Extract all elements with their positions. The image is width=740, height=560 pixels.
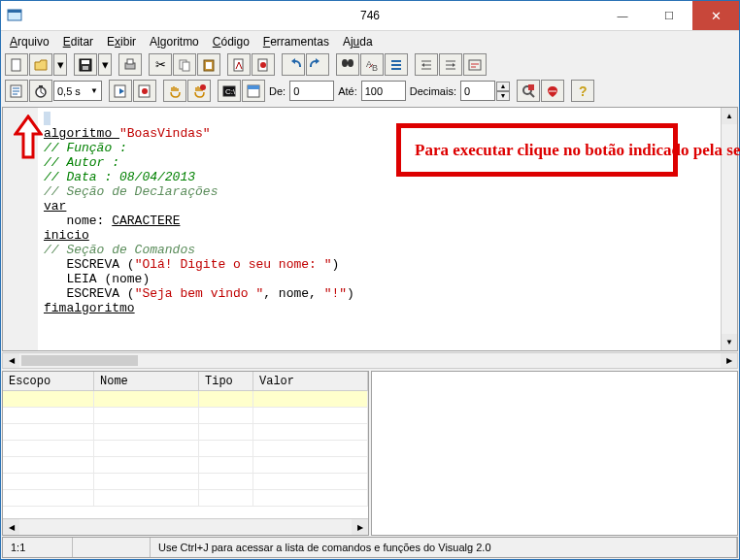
tool-b-button[interactable] — [541, 80, 564, 102]
indent-out-button[interactable] — [415, 53, 438, 76]
status-bar: 1:1 Use Ctrl+J para acessar a lista de c… — [2, 537, 738, 558]
breakpoint-button[interactable] — [133, 80, 156, 102]
col-nome[interactable]: Nome — [94, 372, 199, 390]
variables-grid[interactable] — [3, 391, 368, 518]
vars-button[interactable] — [242, 80, 265, 102]
maximize-button[interactable]: ☐ — [646, 1, 692, 30]
save-button[interactable] — [74, 53, 97, 76]
table-row — [3, 474, 368, 490]
menu-editar[interactable]: Editar — [56, 33, 100, 50]
menu-codigo[interactable]: Código — [206, 33, 256, 50]
svg-point-26 — [142, 88, 148, 94]
replace-button[interactable]: AB — [360, 53, 384, 76]
help-button[interactable]: ? — [571, 80, 594, 102]
svg-rect-31 — [248, 85, 259, 89]
timer-button[interactable] — [29, 80, 52, 102]
variables-panel[interactable]: Escopo Nome Tipo Valor ◀▶ — [2, 371, 369, 536]
col-valor[interactable]: Valor — [253, 372, 368, 390]
svg-rect-12 — [234, 59, 243, 71]
table-row — [3, 408, 368, 424]
col-tipo[interactable]: Tipo — [199, 372, 253, 390]
menu-ajuda[interactable]: Ajuda — [336, 33, 380, 50]
horizontal-scrollbar[interactable]: ◀▶ — [2, 352, 738, 369]
window-title: 746 — [360, 9, 380, 22]
ate-input[interactable]: 100 — [361, 81, 406, 101]
file-b-button[interactable] — [252, 53, 275, 76]
decimais-label: Decimais: — [407, 85, 459, 97]
save-dropdown[interactable]: ▾ — [98, 53, 112, 76]
code-area[interactable]: algoritmo "BoasVindas" // Função : // Au… — [38, 108, 721, 350]
open-button[interactable] — [29, 53, 52, 76]
minimize-button[interactable]: — — [599, 1, 646, 30]
status-position: 1:1 — [3, 538, 73, 557]
code-editor[interactable]: algoritmo "BoasVindas" // Função : // Au… — [2, 107, 738, 351]
svg-text:?: ? — [579, 83, 588, 99]
status-hint: Use Ctrl+J para acessar a lista de coman… — [151, 538, 737, 557]
menu-arquivo[interactable]: Arquivo — [3, 33, 56, 50]
indent-in-button[interactable] — [439, 53, 462, 76]
decimais-input[interactable]: 0 — [460, 81, 495, 101]
variables-hscroll[interactable]: ◀▶ — [3, 518, 368, 535]
toolbar-exec: 0,5 s▼ C:\ De: 0 Até: 100 Decimais: 0 ▲▼… — [1, 78, 739, 106]
menu-algoritmo[interactable]: Algoritmo — [143, 33, 206, 50]
table-row — [3, 490, 368, 507]
toolbar-main: ▾ ▾ ✂ AB — [1, 51, 739, 78]
list-button[interactable] — [385, 53, 408, 76]
file-a-button[interactable] — [227, 53, 251, 76]
svg-rect-20 — [469, 60, 481, 70]
run-button[interactable] — [5, 80, 28, 102]
open-dropdown[interactable]: ▾ — [53, 53, 67, 76]
svg-rect-33 — [528, 84, 534, 90]
svg-rect-2 — [12, 59, 20, 71]
svg-rect-17 — [347, 62, 349, 64]
cut-button[interactable]: ✂ — [149, 53, 172, 76]
title-bar[interactable]: 746 — ☐ ✕ — [1, 1, 739, 30]
svg-rect-11 — [206, 62, 212, 69]
svg-point-14 — [260, 62, 266, 68]
find-button[interactable] — [336, 53, 359, 76]
svg-rect-7 — [127, 59, 133, 64]
table-row — [3, 424, 368, 441]
copy-button[interactable] — [173, 53, 196, 76]
svg-text:C:\: C:\ — [225, 87, 236, 96]
ate-label: Até: — [335, 85, 360, 97]
tool-a-button[interactable] — [517, 80, 540, 102]
step-button[interactable] — [109, 80, 132, 102]
svg-rect-5 — [83, 66, 88, 70]
menu-exibir[interactable]: Exibir — [100, 33, 143, 50]
format-button[interactable] — [463, 53, 487, 76]
de-input[interactable]: 0 — [289, 81, 334, 101]
col-escopo[interactable]: Escopo — [3, 372, 94, 390]
table-row[interactable] — [3, 391, 368, 408]
new-button[interactable] — [5, 53, 28, 76]
menu-bar: Arquivo Editar Exibir Algoritmo Código F… — [1, 30, 739, 51]
de-label: De: — [266, 85, 288, 97]
svg-rect-1 — [8, 10, 21, 13]
svg-rect-4 — [82, 60, 89, 64]
menu-ferramentas[interactable]: Ferramentas — [256, 33, 336, 50]
stop-button[interactable] — [187, 80, 211, 102]
delay-select[interactable]: 0,5 s▼ — [53, 81, 102, 101]
app-icon — [7, 8, 22, 23]
print-button[interactable] — [118, 53, 142, 76]
app-window: 746 — ☐ ✕ Arquivo Editar Exibir Algoritm… — [0, 0, 740, 560]
decimais-spinner[interactable]: ▲▼ — [496, 82, 510, 101]
svg-point-27 — [200, 84, 206, 90]
close-button[interactable]: ✕ — [692, 1, 739, 30]
editor-gutter — [3, 108, 38, 350]
svg-rect-9 — [183, 62, 189, 71]
redo-button[interactable] — [306, 53, 329, 76]
status-mode — [73, 538, 151, 557]
hand-button[interactable] — [163, 80, 186, 102]
svg-rect-23 — [39, 85, 43, 87]
console-button[interactable]: C:\ — [218, 80, 241, 102]
paste-button[interactable] — [197, 53, 220, 76]
callout-annotation: Para executar clique no botão indicado p… — [396, 123, 678, 177]
table-row — [3, 457, 368, 474]
output-panel[interactable] — [371, 371, 738, 536]
table-row — [3, 441, 368, 457]
undo-button[interactable] — [282, 53, 305, 76]
